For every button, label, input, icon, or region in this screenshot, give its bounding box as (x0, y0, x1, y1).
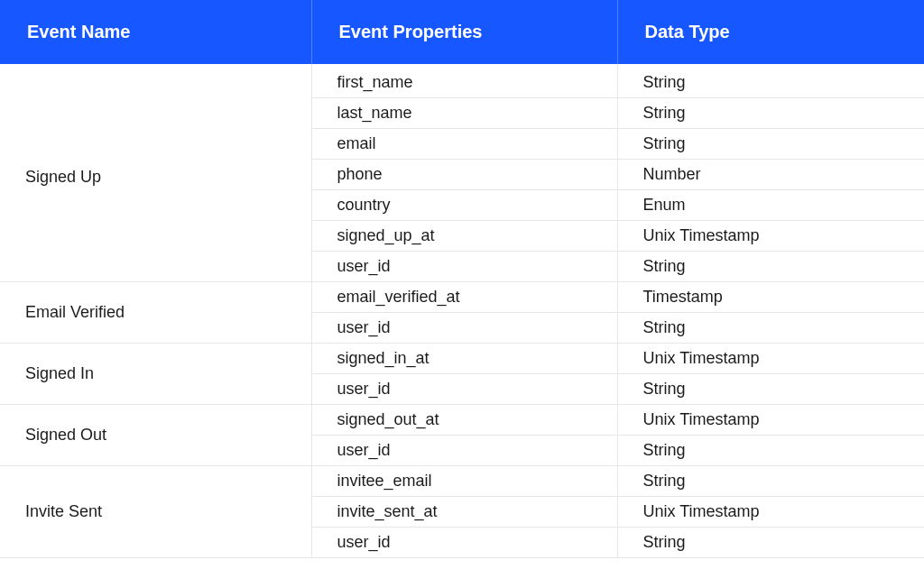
table-row: Signed In signed_in_at Unix Timestamp (0, 344, 924, 374)
property-cell: first_name (311, 64, 617, 98)
table-body: Signed Up first_name String last_name St… (0, 64, 924, 558)
type-cell: String (617, 313, 924, 344)
property-cell: email_verified_at (311, 282, 617, 313)
property-cell: user_id (311, 252, 617, 282)
type-cell: String (617, 374, 924, 405)
table-row: Signed Up first_name String (0, 64, 924, 98)
event-name-cell: Email Verified (0, 282, 311, 344)
property-cell: email (311, 129, 617, 160)
type-cell: String (617, 466, 924, 497)
events-table: Event Name Event Properties Data Type Si… (0, 0, 924, 558)
event-name-cell: Invite Sent (0, 466, 311, 558)
event-name-cell: Signed Up (0, 64, 311, 282)
type-cell: String (617, 129, 924, 160)
type-cell: Number (617, 160, 924, 190)
type-cell: String (617, 252, 924, 282)
table-row: Invite Sent invitee_email String (0, 466, 924, 497)
property-cell: user_id (311, 528, 617, 558)
type-cell: String (617, 98, 924, 129)
header-event-name: Event Name (0, 0, 311, 64)
type-cell: Unix Timestamp (617, 221, 924, 252)
type-cell: Enum (617, 190, 924, 221)
property-cell: invite_sent_at (311, 497, 617, 528)
event-name-cell: Signed Out (0, 405, 311, 466)
property-cell: user_id (311, 436, 617, 466)
type-cell: Unix Timestamp (617, 344, 924, 374)
property-cell: user_id (311, 313, 617, 344)
property-cell: signed_up_at (311, 221, 617, 252)
table-row: Email Verified email_verified_at Timesta… (0, 282, 924, 313)
type-cell: String (617, 436, 924, 466)
table-header-row: Event Name Event Properties Data Type (0, 0, 924, 64)
property-cell: country (311, 190, 617, 221)
property-cell: phone (311, 160, 617, 190)
type-cell: String (617, 528, 924, 558)
type-cell: String (617, 64, 924, 98)
property-cell: user_id (311, 374, 617, 405)
type-cell: Timestamp (617, 282, 924, 313)
header-event-properties: Event Properties (311, 0, 617, 64)
property-cell: last_name (311, 98, 617, 129)
property-cell: signed_in_at (311, 344, 617, 374)
type-cell: Unix Timestamp (617, 405, 924, 436)
event-name-cell: Signed In (0, 344, 311, 405)
table-row: Signed Out signed_out_at Unix Timestamp (0, 405, 924, 436)
type-cell: Unix Timestamp (617, 497, 924, 528)
header-data-type: Data Type (617, 0, 924, 64)
property-cell: signed_out_at (311, 405, 617, 436)
property-cell: invitee_email (311, 466, 617, 497)
